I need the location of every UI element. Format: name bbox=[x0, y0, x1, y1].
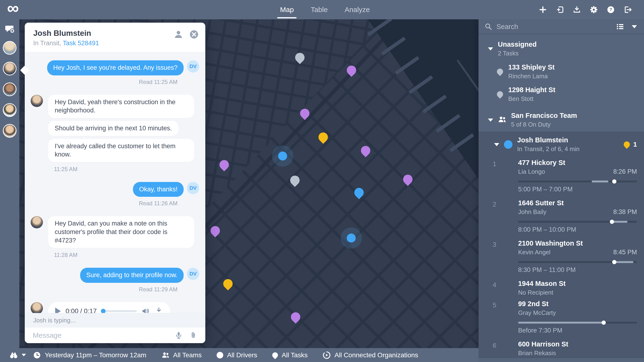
lookup-control[interactable] bbox=[0, 351, 33, 360]
volume-icon[interactable] bbox=[142, 307, 150, 313]
driver-avatar bbox=[31, 95, 43, 107]
driver-avatar-2-active[interactable] bbox=[3, 62, 16, 76]
onfleet-logo-icon[interactable]: ∞ bbox=[7, 0, 19, 18]
task-progress-bar[interactable] bbox=[518, 180, 637, 182]
read-receipt: Read 11:29 AM bbox=[25, 286, 178, 293]
sidebar-search-row bbox=[478, 19, 644, 34]
driver-avatar-3[interactable] bbox=[3, 82, 16, 96]
task-pin-wrap bbox=[503, 240, 518, 240]
driver-task-row[interactable]: 1477 Hickory StLia Longo8:26 PM5:00 PM –… bbox=[478, 156, 644, 197]
timestamp: 11:28 AM bbox=[54, 252, 205, 258]
filter-date-range[interactable]: Yesterday 11pm – Tomorrow 12am bbox=[33, 351, 146, 359]
message-bubble: I've already called the customer to let … bbox=[48, 139, 194, 162]
message-bubble: Sure, adding to their profile now. bbox=[80, 268, 184, 283]
driver-avatar bbox=[31, 216, 43, 228]
driver-task-row[interactable]: 41944 Mason StNo Recipient bbox=[478, 278, 644, 298]
driver-task-row[interactable]: 599 2nd StGray McCartyBefore 7:30 PM bbox=[478, 298, 644, 338]
task-number: 5 bbox=[493, 300, 503, 309]
progress-segment bbox=[614, 261, 634, 263]
unassigned-task-row[interactable]: 1298 Haight StBen Stott bbox=[478, 83, 644, 106]
task-address: 2100 Washington St bbox=[518, 240, 637, 247]
unassigned-task-row[interactable]: 133 Shipley StRinchen Lama bbox=[478, 60, 644, 83]
chat-message-list: Hey Josh, I see you're delayed. Any issu… bbox=[25, 52, 205, 313]
task-address: 1944 Mason St bbox=[518, 280, 637, 288]
import-tasks-icon[interactable] bbox=[556, 6, 564, 14]
driver-task-row[interactable]: 21646 Sutter StJohn Baily8:38 PM8:00 PM … bbox=[478, 197, 644, 237]
chat-header: Josh Blumstein In Transit, Task 528491 bbox=[25, 22, 205, 52]
task-address: 99 2nd St bbox=[518, 300, 637, 308]
settings-gear-icon[interactable] bbox=[590, 6, 598, 14]
task-link[interactable]: Task 528491 bbox=[63, 40, 99, 47]
task-number: 2 bbox=[493, 199, 503, 208]
new-chat-icon[interactable] bbox=[5, 24, 14, 34]
map-driver-location-dot[interactable] bbox=[347, 234, 356, 242]
progress-dot bbox=[612, 179, 616, 184]
task-line2: Brian Rekasis bbox=[518, 348, 637, 357]
group-subtitle: 5 of 8 On Duty bbox=[511, 121, 577, 128]
driver-avatar-1[interactable] bbox=[3, 41, 16, 55]
attach-paperclip-icon[interactable] bbox=[189, 331, 197, 340]
task-progress-bar[interactable] bbox=[518, 261, 637, 263]
filter-drivers[interactable]: All Drivers bbox=[217, 352, 257, 359]
collapse-caret-icon[interactable] bbox=[494, 143, 499, 146]
group-header-unassigned[interactable]: Unassigned2 Tasks bbox=[478, 34, 644, 60]
task-address: 1646 Sutter St bbox=[518, 199, 637, 207]
driver-task-row[interactable]: 6600 Harrison StBrian Rekasis bbox=[478, 338, 644, 358]
driver-task-row[interactable]: 32100 Washington StKevin Angel8:45 PM8:3… bbox=[478, 237, 644, 278]
driver-row-josh-blumstein[interactable]: Josh BlumsteinIn Transit, 2 of 6, 4 min1 bbox=[478, 132, 644, 156]
org-sync-icon bbox=[323, 351, 331, 359]
collapse-caret-icon[interactable] bbox=[488, 47, 493, 50]
task-progress-bar[interactable] bbox=[518, 221, 637, 223]
tab-analyze[interactable]: Analyze bbox=[343, 0, 372, 19]
task-address: 600 Harrison St bbox=[518, 340, 637, 348]
group-header-san-francisco-team[interactable]: San Francisco Team5 of 8 On Duty bbox=[478, 106, 644, 132]
task-main: 99 2nd StGray McCartyBefore 7:30 PM bbox=[518, 300, 637, 336]
task-progress-bar[interactable] bbox=[518, 322, 637, 324]
filter-teams[interactable]: All Teams bbox=[162, 351, 202, 359]
chat-subtitle: In Transit, Task 528491 bbox=[33, 40, 198, 47]
filter-tasks[interactable]: All Tasks bbox=[272, 352, 308, 359]
team-icon bbox=[498, 115, 506, 125]
dispatcher-avatar: DV bbox=[187, 60, 199, 72]
message-bubble: Should be arriving in the next 10 minute… bbox=[48, 121, 178, 136]
view-options-caret-icon[interactable] bbox=[632, 25, 637, 28]
task-pin-icon bbox=[271, 351, 279, 359]
task-recipient: Brian Rekasis bbox=[518, 350, 556, 357]
export-download-icon[interactable] bbox=[573, 6, 581, 14]
download-audio-icon[interactable] bbox=[155, 307, 163, 313]
group-header-text: San Francisco Team5 of 8 On Duty bbox=[511, 112, 577, 128]
progress-dot bbox=[612, 260, 616, 264]
filter-bar: Yesterday 11pm – Tomorrow 12am All Teams… bbox=[0, 348, 478, 362]
task-time-window: Before 7:30 PM bbox=[518, 327, 637, 334]
play-icon[interactable] bbox=[55, 308, 61, 313]
top-bar: ∞ Map Table Analyze ? bbox=[0, 0, 644, 19]
mic-icon[interactable] bbox=[175, 331, 183, 340]
list-view-icon[interactable] bbox=[616, 22, 624, 31]
tab-map[interactable]: Map bbox=[278, 0, 296, 19]
help-icon[interactable]: ? bbox=[607, 6, 615, 14]
driver-row-cindy-cheung[interactable]: Cindy CheungOffline, 0 of 4 bbox=[478, 358, 644, 362]
filter-label: All Tasks bbox=[282, 352, 308, 359]
tab-table[interactable]: Table bbox=[309, 0, 330, 19]
task-recipient: Kevin Angel bbox=[518, 249, 550, 256]
collapse-caret-icon[interactable] bbox=[488, 118, 493, 122]
task-address: 477 Hickory St bbox=[518, 159, 637, 166]
create-icon[interactable] bbox=[539, 6, 547, 14]
audio-seek-slider[interactable] bbox=[101, 310, 137, 312]
typing-indicator: Josh is typing... bbox=[25, 313, 205, 328]
task-main: 600 Harrison StBrian Rekasis bbox=[518, 340, 637, 357]
chat-title: Josh Blumstein bbox=[33, 29, 198, 38]
close-chat-icon[interactable] bbox=[189, 30, 199, 39]
task-eta: 8:38 PM bbox=[613, 208, 637, 216]
search-input[interactable] bbox=[496, 23, 612, 31]
logout-icon[interactable] bbox=[624, 6, 632, 14]
message-audio: 0:00 / 0:17 bbox=[25, 302, 205, 313]
task-tree: Unassigned2 Tasks133 Shipley StRinchen L… bbox=[478, 34, 644, 362]
driver-profile-icon[interactable] bbox=[174, 30, 183, 39]
driver-avatar-5[interactable] bbox=[3, 124, 16, 138]
map-driver-location-dot[interactable] bbox=[278, 152, 287, 160]
filter-organizations[interactable]: All Connected Organizations bbox=[323, 351, 418, 359]
message-input[interactable] bbox=[33, 331, 168, 340]
task-eta: 8:26 PM bbox=[613, 168, 637, 175]
driver-avatar-4[interactable] bbox=[3, 103, 16, 117]
